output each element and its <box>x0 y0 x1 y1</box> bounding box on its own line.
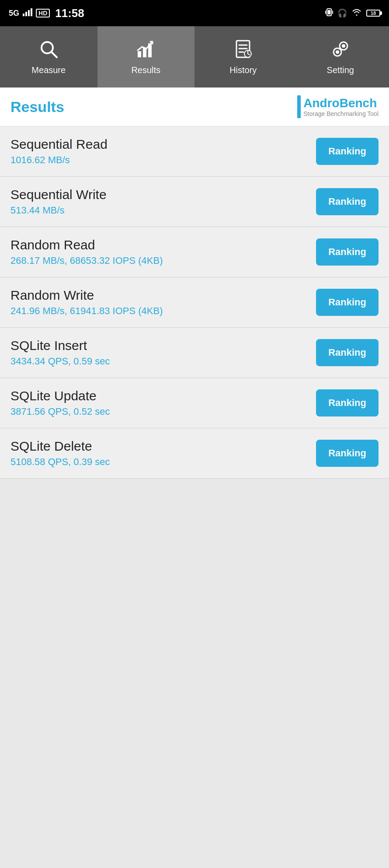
brand-subtitle: Storage Benchmarking Tool <box>303 110 379 118</box>
result-value-rand-write: 241.96 MB/s, 61941.83 IOPS (4KB) <box>10 305 316 317</box>
result-value-sqlite-delete: 5108.58 QPS, 0.39 sec <box>10 456 316 468</box>
svg-point-21 <box>336 50 339 54</box>
results-list: Sequential Read 1016.62 MB/s Ranking Seq… <box>0 126 389 479</box>
brand-name-rest: Bench <box>340 96 377 110</box>
nav-bar: Measure Results History <box>0 26 389 88</box>
page-header: Results AndroBench Storage Benchmarking … <box>0 88 389 126</box>
result-info-seq-write: Sequential Write 513.44 MB/s <box>10 187 316 216</box>
result-info-sqlite-insert: SQLite Insert 3434.34 QPS, 0.59 sec <box>10 338 316 367</box>
result-info-rand-read: Random Read 268.17 MB/s, 68653.32 IOPS (… <box>10 238 316 266</box>
nav-history-label: History <box>229 65 257 75</box>
result-item-rand-read: Random Read 268.17 MB/s, 68653.32 IOPS (… <box>0 227 389 277</box>
svg-rect-10 <box>138 51 141 57</box>
result-info-sqlite-delete: SQLite Delete 5108.58 QPS, 0.39 sec <box>10 439 316 468</box>
headphone-icon: 🎧 <box>337 8 347 18</box>
result-info-seq-read: Sequential Read 1016.62 MB/s <box>10 137 316 166</box>
svg-point-19 <box>342 44 345 48</box>
result-item-sqlite-update: SQLite Update 3871.56 QPS, 0.52 sec Rank… <box>0 378 389 428</box>
result-item-rand-write: Random Write 241.96 MB/s, 61941.83 IOPS … <box>0 277 389 328</box>
result-value-rand-read: 268.17 MB/s, 68653.32 IOPS (4KB) <box>10 255 316 266</box>
result-item-seq-write: Sequential Write 513.44 MB/s Ranking <box>0 177 389 227</box>
result-item-sqlite-insert: SQLite Insert 3434.34 QPS, 0.59 sec Rank… <box>0 328 389 378</box>
nav-results[interactable]: Results <box>97 26 195 88</box>
signal-5g: 5G <box>9 9 19 18</box>
history-icon <box>233 39 253 62</box>
svg-rect-6 <box>325 10 326 14</box>
result-info-sqlite-update: SQLite Update 3871.56 QPS, 0.52 sec <box>10 388 316 417</box>
hd-badge: HD <box>36 9 50 18</box>
wifi-icon <box>351 8 362 18</box>
brand-bar-decoration <box>297 95 301 118</box>
nav-results-label: Results <box>131 65 160 75</box>
svg-rect-11 <box>143 48 146 57</box>
result-name-rand-write: Random Write <box>10 288 316 303</box>
ranking-button-sqlite-update[interactable]: Ranking <box>316 389 379 416</box>
status-right: 🎧 18 <box>325 7 380 19</box>
result-value-sqlite-insert: 3434.34 QPS, 0.59 sec <box>10 356 316 367</box>
brand-text: AndroBench Storage Benchmarking Tool <box>303 96 379 118</box>
ranking-button-seq-read[interactable]: Ranking <box>316 138 379 165</box>
page-title: Results <box>10 98 64 116</box>
result-name-sqlite-insert: SQLite Insert <box>10 338 316 353</box>
result-name-seq-write: Sequential Write <box>10 187 316 202</box>
result-item-seq-read: Sequential Read 1016.62 MB/s Ranking <box>0 126 389 177</box>
battery-icon: 18 <box>366 10 380 17</box>
ranking-button-rand-write[interactable]: Ranking <box>316 289 379 316</box>
result-value-seq-read: 1016.62 MB/s <box>10 154 316 166</box>
svg-rect-1 <box>25 12 27 16</box>
brand-logo: AndroBench Storage Benchmarking Tool <box>297 95 379 118</box>
result-name-sqlite-update: SQLite Update <box>10 388 316 403</box>
result-name-seq-read: Sequential Read <box>10 137 316 152</box>
vibrate-icon <box>325 7 333 19</box>
svg-rect-5 <box>328 10 330 14</box>
nav-history[interactable]: History <box>194 26 292 88</box>
result-item-sqlite-delete: SQLite Delete 5108.58 QPS, 0.39 sec Rank… <box>0 428 389 479</box>
nav-measure-label: Measure <box>31 65 66 75</box>
nav-setting[interactable]: Setting <box>292 26 389 88</box>
svg-rect-0 <box>23 14 24 16</box>
ranking-button-rand-read[interactable]: Ranking <box>316 238 379 266</box>
signal-bars <box>23 7 32 19</box>
status-bar: 5G HD 11:58 🎧 <box>0 0 389 26</box>
brand-name-highlight: Andro <box>303 96 339 110</box>
nav-measure[interactable]: Measure <box>0 26 97 88</box>
battery-level: 18 <box>371 10 376 16</box>
result-name-sqlite-delete: SQLite Delete <box>10 439 316 454</box>
measure-icon <box>38 39 59 62</box>
svg-rect-2 <box>28 10 30 16</box>
result-info-rand-write: Random Write 241.96 MB/s, 61941.83 IOPS … <box>10 288 316 317</box>
ranking-button-seq-write[interactable]: Ranking <box>316 188 379 215</box>
results-icon <box>136 39 156 62</box>
time: 11:58 <box>55 7 84 20</box>
nav-setting-label: Setting <box>327 65 354 75</box>
svg-line-9 <box>52 52 57 57</box>
ranking-button-sqlite-delete[interactable]: Ranking <box>316 440 379 467</box>
svg-rect-3 <box>31 8 32 16</box>
setting-icon <box>330 39 351 62</box>
result-value-sqlite-update: 3871.56 QPS, 0.52 sec <box>10 406 316 417</box>
svg-rect-7 <box>332 10 333 14</box>
result-value-seq-write: 513.44 MB/s <box>10 205 316 216</box>
result-name-rand-read: Random Read <box>10 238 316 252</box>
ranking-button-sqlite-insert[interactable]: Ranking <box>316 339 379 366</box>
status-left: 5G HD 11:58 <box>9 7 84 20</box>
brand-name: AndroBench <box>303 96 379 111</box>
